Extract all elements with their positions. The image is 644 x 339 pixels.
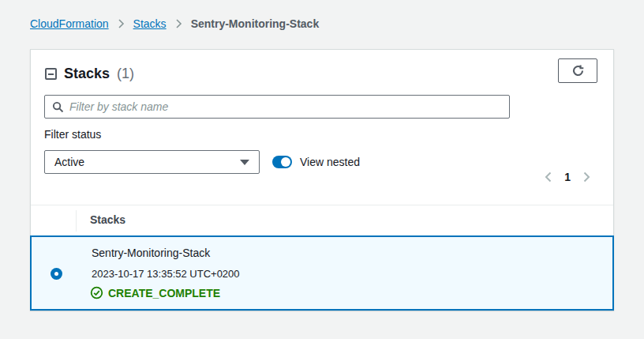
stack-filter-search[interactable] [44, 95, 510, 119]
panel-title: Stacks [64, 66, 110, 82]
stack-timestamp: 2023-10-17 13:35:52 UTC+0200 [92, 268, 240, 280]
chevron-down-icon [240, 160, 249, 165]
view-nested-toggle[interactable] [272, 156, 292, 168]
stack-row-selected[interactable]: Sentry-Monitoring-Stack 2023-10-17 13:35… [30, 235, 614, 311]
stack-name: Sentry-Monitoring-Stack [92, 247, 210, 259]
stacks-panel: Stacks (1) Filter status Active View nes… [30, 49, 614, 311]
status-filter-dropdown[interactable]: Active [44, 150, 260, 174]
next-page-icon[interactable] [582, 171, 591, 183]
row-radio-selected[interactable] [51, 268, 62, 280]
previous-page-icon[interactable] [544, 171, 552, 183]
column-header-stacks: Stacks [90, 213, 125, 226]
table-header-row: Stacks [31, 205, 613, 235]
toggle-knob [281, 157, 290, 167]
header-column-divider [76, 210, 77, 232]
breadcrumb-link-cloudformation[interactable]: CloudFormation [30, 17, 109, 30]
collapse-icon[interactable] [45, 68, 57, 80]
breadcrumb-link-stacks[interactable]: Stacks [133, 17, 167, 30]
page-number[interactable]: 1 [564, 171, 571, 183]
breadcrumb-separator-icon [118, 18, 125, 29]
filter-status-label: Filter status [44, 128, 101, 141]
breadcrumb: CloudFormation Stacks Sentry-Monitoring-… [30, 17, 319, 30]
view-nested-label: View nested [300, 156, 360, 168]
refresh-icon [571, 64, 585, 77]
breadcrumb-separator-icon [175, 18, 182, 29]
stack-count: (1) [117, 66, 134, 82]
breadcrumb-current-page: Sentry-Monitoring-Stack [191, 17, 320, 30]
refresh-button[interactable] [558, 58, 597, 83]
panel-header: Stacks (1) [45, 66, 134, 82]
dropdown-selected-value: Active [54, 156, 84, 168]
search-input[interactable] [69, 100, 502, 113]
status-text: CREATE_COMPLETE [108, 287, 220, 299]
search-icon [52, 101, 64, 113]
pagination: 1 [544, 171, 591, 183]
stack-status: CREATE_COMPLETE [90, 286, 220, 299]
status-success-icon [90, 286, 103, 299]
